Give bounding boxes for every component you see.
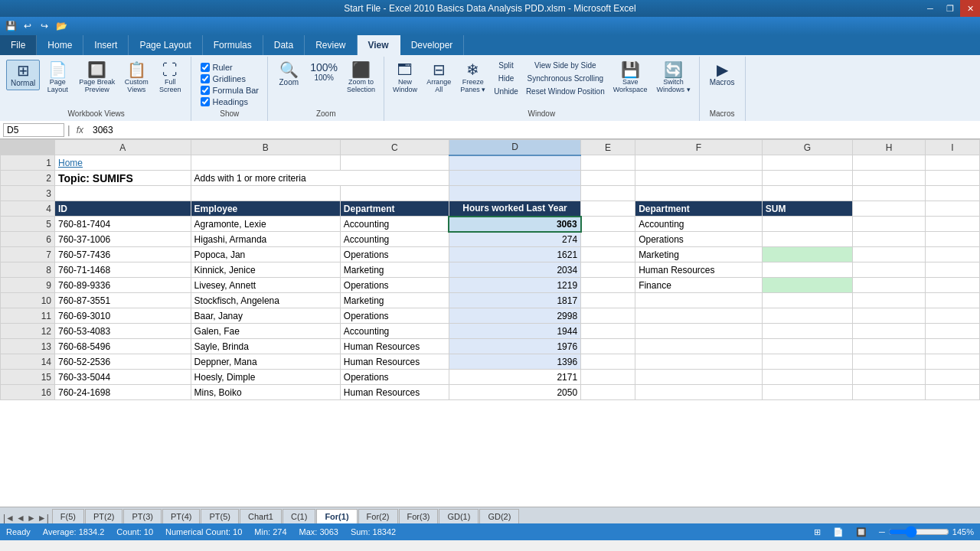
- cell-A3[interactable]: [55, 186, 191, 201]
- cell-B4[interactable]: Employee: [191, 201, 340, 217]
- col-header-H[interactable]: H: [853, 140, 926, 155]
- cell-E8[interactable]: [581, 262, 635, 278]
- view-side-by-side-button[interactable]: View Side by Side: [523, 60, 608, 71]
- cell-D6[interactable]: 274: [449, 232, 580, 247]
- new-window-button[interactable]: 🗔 NewWindow: [389, 60, 421, 96]
- hide-button[interactable]: Hide: [491, 73, 521, 84]
- cell-H9[interactable]: [853, 278, 926, 293]
- cell-D1[interactable]: [449, 155, 580, 171]
- cell-D8[interactable]: 2034: [449, 262, 580, 278]
- cell-F11[interactable]: [635, 308, 763, 324]
- custom-views-button[interactable]: 📋 CustomViews: [120, 60, 152, 96]
- cell-B16[interactable]: Mins, Boiko: [191, 385, 340, 400]
- cell-G12[interactable]: [762, 324, 852, 339]
- gridlines-checkbox[interactable]: [201, 74, 210, 83]
- cell-F16[interactable]: [635, 385, 763, 400]
- cell-G7[interactable]: [762, 247, 852, 262]
- cell-E9[interactable]: [581, 278, 635, 293]
- sheet-tab-c1[interactable]: C(1): [283, 509, 315, 523]
- macros-button[interactable]: ▶ Macros: [706, 60, 739, 89]
- tab-page-layout[interactable]: Page Layout: [129, 35, 202, 55]
- sheet-tab-chart1[interactable]: Chart1: [240, 509, 282, 523]
- col-header-E[interactable]: E: [581, 140, 635, 155]
- sheet-tab-pt5[interactable]: PT(5): [201, 509, 239, 523]
- reset-window-position-button[interactable]: Reset Window Position: [523, 86, 608, 97]
- gridlines-checkbox-item[interactable]: Gridlines: [201, 74, 260, 83]
- open-qat-button[interactable]: 📂: [54, 18, 69, 34]
- zoom-out-button[interactable]: ─: [879, 527, 885, 536]
- cell-H12[interactable]: [853, 324, 926, 339]
- cell-B13[interactable]: Sayle, Brinda: [191, 339, 340, 354]
- minimize-button[interactable]: ─: [920, 0, 940, 17]
- cell-C9[interactable]: Operations: [340, 278, 449, 293]
- cell-I16[interactable]: [925, 385, 979, 400]
- zoom-100-button[interactable]: 100% 100%: [306, 60, 341, 84]
- cell-A1[interactable]: Home: [55, 155, 191, 171]
- cell-H5[interactable]: [853, 217, 926, 232]
- redo-qat-button[interactable]: ↪: [37, 18, 52, 34]
- formula-bar-checkbox[interactable]: [201, 86, 210, 95]
- cell-E4[interactable]: [581, 201, 635, 217]
- cell-I6[interactable]: [925, 232, 979, 247]
- cell-A6[interactable]: 760-37-1006: [55, 232, 191, 247]
- cell-B12[interactable]: Galen, Fae: [191, 324, 340, 339]
- sheet-tab-for2[interactable]: For(2): [358, 509, 398, 523]
- col-header-C[interactable]: C: [340, 140, 449, 155]
- col-header-A[interactable]: A: [55, 140, 191, 155]
- tab-formulas[interactable]: Formulas: [203, 35, 263, 55]
- name-box[interactable]: [3, 123, 64, 137]
- cell-E10[interactable]: [581, 293, 635, 308]
- cell-A9[interactable]: 760-89-9336: [55, 278, 191, 293]
- cell-C12[interactable]: Accounting: [340, 324, 449, 339]
- cell-G4[interactable]: SUM: [762, 201, 852, 217]
- cell-I5[interactable]: [925, 217, 979, 232]
- cell-G16[interactable]: [762, 385, 852, 400]
- tab-view[interactable]: View: [358, 35, 400, 55]
- ruler-checkbox-item[interactable]: Ruler: [201, 63, 260, 72]
- unhide-button[interactable]: Unhide: [491, 86, 521, 97]
- cell-F14[interactable]: [635, 354, 763, 370]
- cell-G2[interactable]: [762, 171, 852, 186]
- cell-E15[interactable]: [581, 370, 635, 385]
- sheet-tab-pt4[interactable]: PT(4): [162, 509, 201, 523]
- normal-view-button[interactable]: ⊞ Normal: [6, 60, 40, 90]
- cell-H14[interactable]: [853, 354, 926, 370]
- sheet-prev-button[interactable]: ◄: [16, 513, 25, 523]
- cell-G9[interactable]: [762, 278, 852, 293]
- cell-H1[interactable]: [853, 155, 926, 171]
- switch-windows-button[interactable]: 🔄 SwitchWindows ▾: [653, 60, 694, 96]
- cell-B5[interactable]: Agramonte, Lexie: [191, 217, 340, 232]
- headings-checkbox-item[interactable]: Headings: [201, 97, 260, 106]
- formula-bar-checkbox-item[interactable]: Formula Bar: [201, 86, 260, 95]
- cell-B14[interactable]: Deppner, Mana: [191, 354, 340, 370]
- cell-I1[interactable]: [925, 155, 979, 171]
- cell-F12[interactable]: [635, 324, 763, 339]
- cell-H8[interactable]: [853, 262, 926, 278]
- tab-review[interactable]: Review: [305, 35, 357, 55]
- cell-H10[interactable]: [853, 293, 926, 308]
- cell-F8[interactable]: Human Resources: [635, 262, 763, 278]
- split-button[interactable]: Split: [491, 60, 521, 71]
- undo-qat-button[interactable]: ↩: [20, 18, 35, 34]
- cell-D10[interactable]: 1817: [449, 293, 580, 308]
- cell-E5[interactable]: [581, 217, 635, 232]
- cell-E14[interactable]: [581, 354, 635, 370]
- page-break-status-btn[interactable]: 🔲: [856, 527, 867, 537]
- cell-D15[interactable]: 2171: [449, 370, 580, 385]
- sheet-tab-gd2[interactable]: GD(2): [479, 509, 519, 523]
- cell-G3[interactable]: [762, 186, 852, 201]
- cell-F15[interactable]: [635, 370, 763, 385]
- col-header-I[interactable]: I: [925, 140, 979, 155]
- cell-C3[interactable]: [340, 186, 449, 201]
- freeze-panes-button[interactable]: ❄ FreezePanes ▾: [456, 60, 489, 96]
- cell-E6[interactable]: [581, 232, 635, 247]
- cell-C7[interactable]: Operations: [340, 247, 449, 262]
- cell-G14[interactable]: [762, 354, 852, 370]
- cell-E3[interactable]: [581, 186, 635, 201]
- cell-A8[interactable]: 760-71-1468: [55, 262, 191, 278]
- col-header-B[interactable]: B: [191, 140, 340, 155]
- cell-I14[interactable]: [925, 354, 979, 370]
- ruler-checkbox[interactable]: [201, 63, 210, 72]
- cell-G11[interactable]: [762, 308, 852, 324]
- cell-D9[interactable]: 1219: [449, 278, 580, 293]
